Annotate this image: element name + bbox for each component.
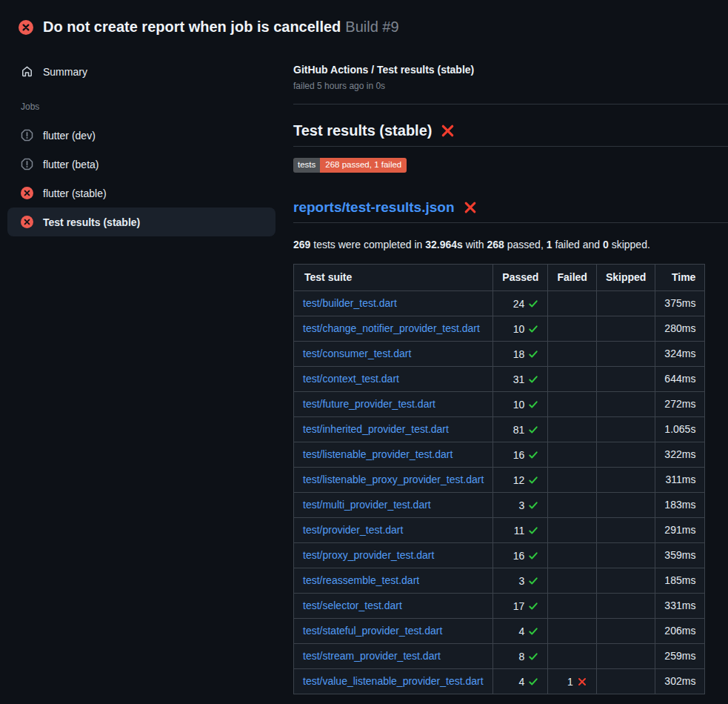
suite-link[interactable]: test/context_test.dart: [303, 373, 399, 385]
sidebar-job-item[interactable]: flutter (stable): [7, 179, 275, 207]
count-value: 10: [513, 399, 525, 411]
failed-cell: [548, 341, 596, 366]
report-title-row: reports/test-results.json: [293, 199, 728, 223]
failed-cell: [548, 593, 596, 618]
table-row: test/selector_test.dart17331ms: [294, 593, 705, 618]
sidebar: Summary Jobs flutter (dev) flutter (beta…: [0, 41, 293, 236]
time-cell: 291ms: [655, 517, 705, 542]
count-value: 4: [519, 625, 525, 637]
passed-cell: 10: [493, 391, 548, 416]
x-circle-fail-icon: [21, 187, 33, 199]
sidebar-job-item[interactable]: flutter (beta): [7, 150, 275, 179]
table-row: test/change_notifier_provider_test.dart1…: [294, 316, 705, 341]
table-row: test/listenable_proxy_provider_test.dart…: [294, 467, 705, 492]
suite-link[interactable]: test/stateful_provider_test.dart: [303, 625, 442, 637]
section-title: Test results (stable): [293, 122, 432, 139]
suite-link[interactable]: test/value_listenable_provider_test.dart: [303, 675, 484, 687]
table-row: test/context_test.dart31644ms: [294, 366, 705, 391]
failed-cell: [548, 416, 596, 442]
stop-cancelled-icon: [21, 129, 33, 142]
suite-link[interactable]: test/reassemble_test.dart: [303, 574, 419, 586]
tests-badge: tests 268 passed, 1 failed: [293, 158, 407, 173]
passed-cell: 17: [493, 593, 548, 618]
suite-link[interactable]: test/consumer_test.dart: [303, 348, 411, 359]
passed-cell: 18: [493, 341, 548, 366]
table-row: test/consumer_test.dart18324ms: [294, 341, 705, 366]
passed-cell: 12: [493, 467, 548, 492]
time-cell: 259ms: [655, 643, 705, 668]
sidebar-item-summary[interactable]: Summary: [7, 59, 275, 84]
suite-link[interactable]: test/listenable_proxy_provider_test.dart: [303, 474, 484, 485]
sidebar-job-item[interactable]: Test results (stable): [7, 207, 275, 236]
suite-link[interactable]: test/stream_provider_test.dart: [303, 650, 441, 662]
skipped-cell: [596, 442, 655, 467]
summary-part: passed,: [504, 239, 547, 250]
check-icon: [528, 450, 538, 460]
count-value: 8: [519, 651, 525, 663]
suite-link[interactable]: test/proxy_provider_test.dart: [303, 549, 434, 561]
sidebar-job-label: flutter (dev): [43, 130, 96, 142]
check-icon: [528, 399, 538, 410]
jobs-section-label: Jobs: [21, 102, 275, 112]
count-value: 31: [513, 373, 525, 385]
suite-cell: test/listenable_provider_test.dart: [294, 442, 493, 467]
suite-cell: test/inherited_provider_test.dart: [294, 416, 493, 442]
summary-part: 268: [487, 239, 504, 250]
summary-part: 269: [293, 239, 310, 250]
suite-link[interactable]: test/future_provider_test.dart: [303, 398, 435, 410]
time-cell: 185ms: [655, 568, 705, 593]
suite-link[interactable]: test/selector_test.dart: [303, 600, 402, 611]
suite-link[interactable]: test/listenable_provider_test.dart: [303, 448, 453, 460]
summary-part: tests were completed in: [310, 239, 425, 250]
count-value: 1: [567, 676, 573, 688]
col-skipped: Skipped: [596, 264, 655, 290]
job-list: flutter (dev) flutter (beta) flutter (st…: [7, 121, 275, 236]
suite-link[interactable]: test/change_notifier_provider_test.dart: [303, 322, 480, 334]
check-icon: [528, 475, 538, 485]
suite-link[interactable]: test/multi_provider_test.dart: [303, 499, 431, 511]
check-icon: [528, 374, 538, 385]
time-cell: 359ms: [655, 542, 705, 568]
table-row: test/builder_test.dart24375ms: [294, 290, 705, 316]
count-value: 3: [519, 499, 525, 511]
summary-part: skipped.: [609, 239, 650, 250]
skipped-cell: [596, 341, 655, 366]
report-link[interactable]: reports/test-results.json: [293, 199, 455, 216]
failed-cell: [548, 492, 596, 517]
time-cell: 1.065s: [655, 416, 705, 442]
time-cell: 322ms: [655, 442, 705, 467]
skipped-cell: [596, 517, 655, 542]
suite-link[interactable]: test/inherited_provider_test.dart: [303, 423, 449, 435]
check-icon: [528, 500, 538, 511]
section-title-row: Test results (stable): [293, 122, 728, 147]
sidebar-job-item[interactable]: flutter (dev): [7, 121, 275, 150]
count-value: 81: [513, 424, 525, 436]
col-failed: Failed: [548, 264, 596, 290]
skipped-cell: [596, 492, 655, 517]
passed-cell: 81: [493, 416, 548, 442]
check-icon: [528, 551, 538, 561]
x-circle-fail-icon: [21, 187, 33, 199]
sidebar-job-label: Test results (stable): [43, 216, 140, 228]
suite-cell: test/stateful_provider_test.dart: [294, 618, 493, 643]
suite-cell: test/listenable_proxy_provider_test.dart: [294, 467, 493, 492]
check-icon: [528, 576, 538, 586]
count-value: 10: [513, 323, 525, 335]
passed-cell: 3: [493, 568, 548, 593]
suite-cell: test/reassemble_test.dart: [294, 568, 493, 593]
suite-link[interactable]: test/builder_test.dart: [303, 297, 397, 309]
count-value: 24: [513, 298, 525, 310]
count-value: 12: [513, 474, 525, 486]
table-row: test/proxy_provider_test.dart16359ms: [294, 542, 705, 568]
col-time: Time: [655, 264, 705, 290]
header-divider: [293, 104, 728, 104]
failed-cell: [548, 467, 596, 492]
col-passed: Passed: [493, 264, 548, 290]
x-circle-fail-icon: [21, 216, 33, 228]
count-value: 18: [513, 348, 525, 360]
passed-cell: 3: [493, 492, 548, 517]
main-content: GitHub Actions / Test results (stable) f…: [293, 41, 728, 694]
failed-cell: [548, 366, 596, 391]
suite-link[interactable]: test/provider_test.dart: [303, 524, 403, 536]
table-row: test/listenable_provider_test.dart16322m…: [294, 442, 705, 467]
